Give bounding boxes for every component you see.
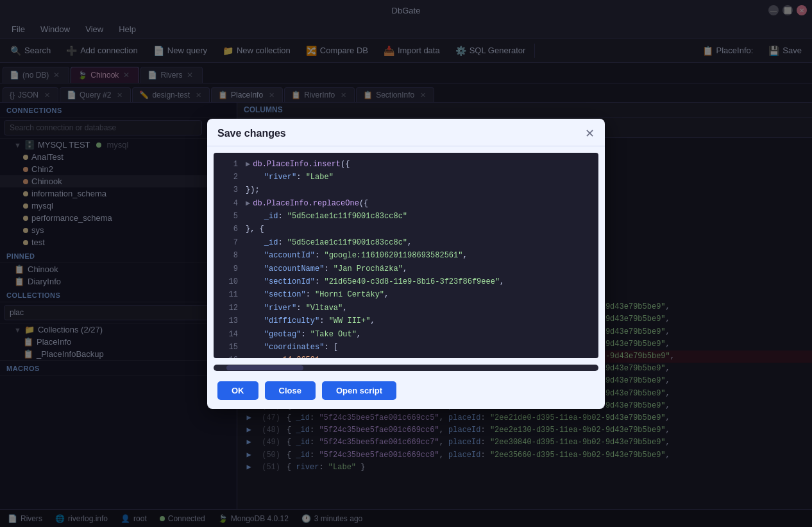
modal-close-button[interactable]: ✕ [585, 128, 595, 139]
editor-line: 12 "river": "Vltava", [214, 302, 598, 315]
horizontal-scrollbar[interactable] [214, 365, 598, 371]
modal-close-dialog-button[interactable]: Close [265, 381, 316, 400]
modal-ok-button[interactable]: OK [217, 381, 258, 400]
modal-header: Save changes ✕ [207, 119, 605, 146]
modal-overlay: Save changes ✕ 1 ▶ db.PlaceInfo.insert({… [0, 0, 812, 527]
editor-line: 11 "section": "Horní Certáky", [214, 288, 598, 301]
editor-line: 16 14.26591, [214, 354, 598, 358]
editor-line: 6 }, { [214, 223, 598, 236]
editor-line: 15 "coordinates": [ [214, 341, 598, 354]
modal-body: 1 ▶ db.PlaceInfo.insert({ 2 "river": "La… [207, 146, 605, 375]
editor-line: 3 }); [214, 184, 598, 196]
editor-line: 9 "accountName": "Jan Procházka", [214, 263, 598, 275]
editor-line: 14 "geotag": "Take Out", [214, 328, 598, 341]
editor-line: 7 _id: "5d5ce1ae1c11f9001c83cc8c", [214, 236, 598, 249]
editor-line: 1 ▶ db.PlaceInfo.insert({ [214, 158, 598, 171]
save-changes-modal: Save changes ✕ 1 ▶ db.PlaceInfo.insert({… [207, 119, 605, 409]
editor-line: 5 _id: "5d5ce1ae1c11f9001c83cc8c" [214, 210, 598, 223]
modal-footer: OK Close Open script [207, 375, 605, 409]
code-editor[interactable]: 1 ▶ db.PlaceInfo.insert({ 2 "river": "La… [214, 153, 598, 358]
editor-line: 2 "river": "Labe" [214, 171, 598, 184]
editor-line: 10 "sectionId": "21d65e40-c3d8-11e9-8b16… [214, 275, 598, 288]
editor-line: 4 ▶ db.PlaceInfo.replaceOne({ [214, 197, 598, 210]
scrollbar-thumb[interactable] [226, 365, 303, 370]
editor-line: 8 "accountId": "google:11610620119869358… [214, 249, 598, 262]
editor-line: 13 "difficulty": "WW III+", [214, 315, 598, 327]
modal-title: Save changes [217, 128, 286, 139]
modal-open-script-button[interactable]: Open script [322, 381, 396, 400]
